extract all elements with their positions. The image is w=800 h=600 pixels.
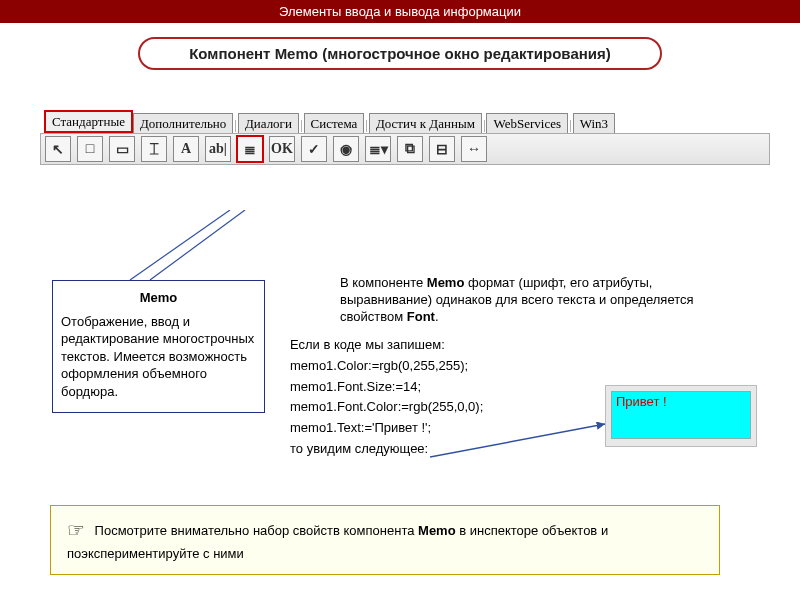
svg-line-0 bbox=[130, 210, 230, 280]
format-paragraph: В компоненте Memo формат (шрифт, его атр… bbox=[340, 275, 730, 326]
tool-groupbox-icon[interactable]: ↔ bbox=[461, 136, 487, 162]
tool-combobox-icon[interactable]: ⧉ bbox=[397, 136, 423, 162]
memo-output: Привет ! bbox=[611, 391, 751, 439]
pointing-hand-icon: ☞ bbox=[67, 519, 85, 541]
code-line: memo1.Font.Size:=14; bbox=[290, 377, 483, 398]
tool-frame-icon[interactable]: □ bbox=[77, 136, 103, 162]
palette-toolbar: ↖ □ ▭ ⌶ A ab| ≣ OK ✓ ◉ ≣▾ ⧉ ⊟ ↔ bbox=[40, 133, 770, 165]
callout-lines bbox=[120, 210, 260, 290]
page-header: Элементы ввода и вывода информации bbox=[0, 0, 800, 23]
component-palette: Стандартные Дополнительно | Диалоги | Си… bbox=[40, 110, 770, 165]
code-line: memo1.Text:='Привет !'; bbox=[290, 418, 483, 439]
tab-system[interactable]: Система bbox=[304, 113, 365, 133]
tool-memo-icon[interactable]: ≣ bbox=[237, 136, 263, 162]
tab-data-access[interactable]: Достич к Данным bbox=[369, 113, 482, 133]
tool-scrollbar-icon[interactable]: ⊟ bbox=[429, 136, 455, 162]
tab-standard[interactable]: Стандартные bbox=[44, 110, 133, 133]
title-bold: Memo bbox=[275, 45, 318, 62]
tool-checkbox-icon[interactable]: ✓ bbox=[301, 136, 327, 162]
code-example: Если в коде мы запишем: memo1.Color:=rgb… bbox=[290, 335, 483, 460]
tool-panel-icon[interactable]: ▭ bbox=[109, 136, 135, 162]
code-intro: Если в коде мы запишем: bbox=[290, 335, 483, 356]
tool-edit-icon[interactable]: ab| bbox=[205, 136, 231, 162]
tool-label-icon[interactable]: A bbox=[173, 136, 199, 162]
tab-dialogs[interactable]: Диалоги bbox=[238, 113, 299, 133]
tab-webservices[interactable]: WebServices bbox=[486, 113, 568, 133]
tool-radiobutton-icon[interactable]: ◉ bbox=[333, 136, 359, 162]
memo-box-text: Отображение, ввод и редактирование много… bbox=[61, 313, 256, 401]
tab-additional[interactable]: Дополнительно bbox=[133, 113, 233, 133]
code-line: memo1.Font.Color:=rgb(255,0,0); bbox=[290, 397, 483, 418]
title-suffix: (многострочное окно редактирования) bbox=[318, 45, 611, 62]
tool-mainmenu-icon[interactable]: ⌶ bbox=[141, 136, 167, 162]
svg-line-1 bbox=[150, 210, 245, 280]
tool-listbox-icon[interactable]: ≣▾ bbox=[365, 136, 391, 162]
page-title: Компонент Memo (многострочное окно редак… bbox=[138, 37, 662, 70]
tab-win3[interactable]: Win3 bbox=[573, 113, 615, 133]
code-line: memo1.Color:=rgb(0,255,255); bbox=[290, 356, 483, 377]
memo-description-box: Memo Отображение, ввод и редактирование … bbox=[52, 280, 265, 413]
tip-box: ☞ Посмотрите внимательно набор свойств к… bbox=[50, 505, 720, 575]
tool-pointer-icon[interactable]: ↖ bbox=[45, 136, 71, 162]
palette-tabs: Стандартные Дополнительно | Диалоги | Си… bbox=[40, 110, 770, 133]
output-preview: Привет ! bbox=[605, 385, 757, 447]
code-outro: то увидим следующее: bbox=[290, 439, 483, 460]
title-prefix: Компонент bbox=[189, 45, 274, 62]
tool-button-icon[interactable]: OK bbox=[269, 136, 295, 162]
memo-box-title: Memo bbox=[61, 289, 256, 307]
